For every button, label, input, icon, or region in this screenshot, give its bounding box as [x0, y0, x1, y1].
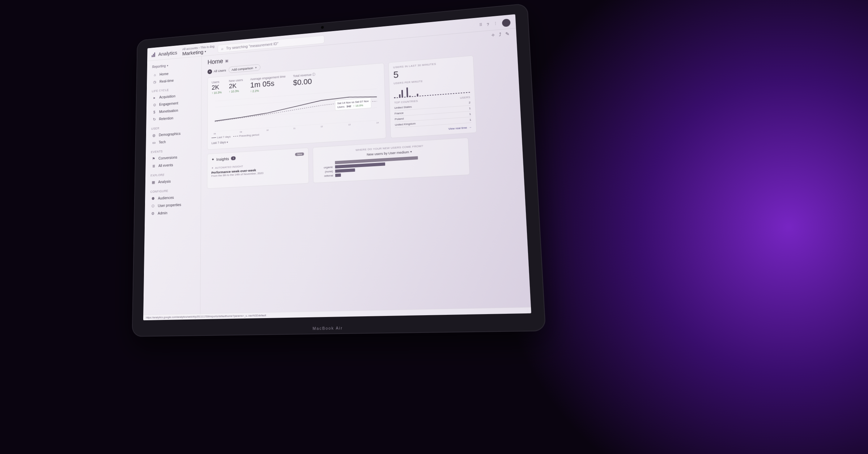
overview-card: Users2K↑ 10.3%New users2K↑ 10.3%Average … — [207, 63, 386, 150]
nav-icon: ▸ — [152, 95, 157, 100]
share-icon[interactable]: ⤴ — [499, 32, 502, 37]
edit-icon[interactable]: ✎ — [505, 31, 510, 37]
nav-icon: ⊙ — [152, 103, 157, 107]
metric-total[interactable]: Total revenue ⓘ$0.00 — [293, 72, 316, 90]
nav-icon: ⌂ — [153, 73, 157, 77]
svg-text:12: 12 — [320, 125, 323, 128]
insights-icon: ✦ — [212, 157, 214, 162]
nav-icon: $ — [152, 110, 157, 114]
apps-icon[interactable]: ⠿ — [479, 22, 482, 27]
nav-icon: ⚉ — [151, 196, 156, 201]
main-content: Home ▣ AAll Users Add comparison＋ — [200, 28, 531, 318]
avatar[interactable] — [502, 18, 511, 27]
nav-icon: ⚙ — [150, 211, 155, 216]
metric-new[interactable]: New users2K↑ 10.3% — [229, 78, 243, 95]
svg-text:13: 13 — [348, 123, 351, 126]
svg-text:08: 08 — [214, 133, 216, 135]
search-placeholder: Try searching "measurement ID" — [226, 41, 278, 50]
laptop-frame: Analytics All accounts › This is dog Mar… — [132, 3, 546, 337]
realtime-card: USERS IN LAST 30 MINUTES 5 USERS PER MIN… — [388, 55, 477, 138]
page-title: Home — [208, 58, 223, 66]
segment-all-users[interactable]: AAll Users — [208, 68, 226, 74]
notifications-icon[interactable]: ⋮ — [493, 21, 498, 26]
nav-icon: ◍ — [152, 133, 156, 137]
metric-average[interactable]: Average engagement time1m 05s↑ 2.2% — [250, 75, 286, 93]
help-icon[interactable]: ? — [486, 22, 489, 26]
webcam — [321, 26, 324, 29]
nav-icon: ▭ — [152, 140, 156, 145]
analytics-logo-icon — [152, 52, 155, 57]
nav-icon: ⚑ — [152, 157, 156, 161]
metric-users[interactable]: Users2K↑ 10.3% — [212, 80, 222, 96]
acquisition-card: WHERE DO YOUR NEW USERS COME FROM? New u… — [312, 138, 470, 183]
nav-icon: ⚇ — [151, 204, 156, 208]
add-comparison-button[interactable]: Add comparison＋ — [229, 64, 260, 73]
sidebar: Reporting▾ ⌂Home◷Real-timeLIFE CYCLE▸Acq… — [143, 56, 202, 319]
analytics-screen: Analytics All accounts › This is dog Mar… — [143, 14, 531, 320]
nav-icon: ▦ — [151, 180, 156, 184]
nav-icon: ◷ — [153, 80, 157, 84]
customize-icon[interactable]: ▣ — [225, 59, 228, 63]
nav-icon: ≣ — [151, 164, 156, 168]
svg-text:11: 11 — [293, 127, 295, 130]
search-icon: ⌕ — [221, 46, 224, 50]
insights-icon[interactable]: ✧ — [491, 32, 495, 38]
nav-icon: ↻ — [152, 117, 156, 121]
svg-text:10: 10 — [266, 129, 268, 131]
brand-name: Analytics — [158, 50, 178, 57]
insights-card: ✦ Insights 1 New ✦AUTOMATED INSIGHT Perf… — [207, 147, 309, 189]
laptop-model-label: MacBook Air — [312, 326, 343, 331]
sparkle-icon: ✦ — [211, 167, 214, 170]
sidebar-item-analysis[interactable]: ▦Analysis — [150, 176, 198, 186]
svg-text:14: 14 — [376, 121, 379, 124]
svg-text:09: 09 — [240, 131, 242, 133]
